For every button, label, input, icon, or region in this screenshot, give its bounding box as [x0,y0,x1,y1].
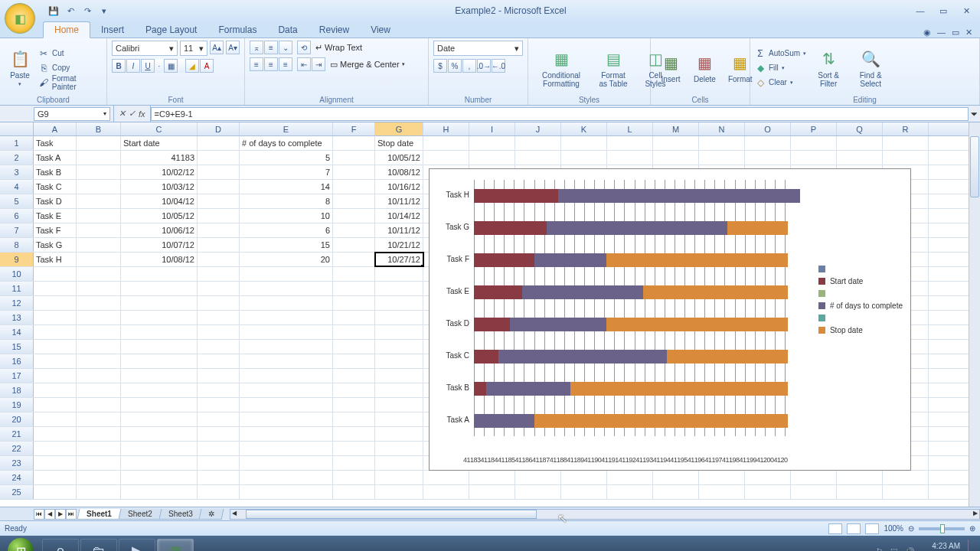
sheet-tab-new[interactable]: ✲ [199,509,224,520]
row-header[interactable]: 14 [0,325,34,339]
sheet-nav-last-icon[interactable]: ⏭ [66,509,77,520]
cell[interactable] [121,325,198,339]
col-header-L[interactable]: L [607,122,653,135]
cell[interactable] [653,136,699,150]
cell[interactable] [333,456,375,470]
bold-button[interactable]: B [112,59,126,73]
cell[interactable] [34,383,77,397]
cell[interactable] [333,383,375,397]
cell[interactable]: Task G [34,238,77,252]
tray-volume-icon[interactable]: 🔊 [905,547,914,552]
cell[interactable] [198,442,240,455]
cell[interactable] [34,369,77,383]
align-middle-icon[interactable]: ≡ [264,41,278,54]
cell[interactable] [333,325,375,339]
col-header-B[interactable]: B [77,122,121,135]
cell[interactable] [77,369,121,383]
cell[interactable] [198,282,240,295]
cell[interactable] [791,485,837,499]
zoom-level[interactable]: 100% [884,524,903,533]
cell[interactable] [34,485,77,499]
cell[interactable] [198,136,240,150]
cell[interactable] [198,456,240,470]
cell[interactable] [77,412,121,426]
merge-center-button[interactable]: ▭Merge & Center▾ [330,60,405,70]
indent-increase-icon[interactable]: ⇥ [312,57,325,71]
conditional-formatting-button[interactable]: ▦Conditional Formatting [533,47,590,90]
undo-icon[interactable]: ↶ [64,5,77,17]
cell[interactable]: 10/08/12 [121,253,198,266]
cell[interactable]: 10/06/12 [121,223,198,237]
cell[interactable] [198,412,240,426]
cell[interactable] [745,151,791,165]
align-left-icon[interactable]: ≡ [250,57,263,71]
autosum-button[interactable]: ΣAutoSum▾ [755,47,806,60]
cell[interactable] [837,136,883,150]
cell[interactable] [121,485,198,499]
cell[interactable] [837,471,883,484]
cell[interactable] [77,325,121,339]
row-header[interactable]: 3 [0,165,34,179]
ribbon-minimize-icon[interactable]: — [937,28,946,37]
cell[interactable] [77,209,121,223]
cell[interactable] [240,456,333,470]
tab-view[interactable]: View [360,22,401,37]
clear-button[interactable]: ◇Clear▾ [755,76,806,89]
cell[interactable] [375,340,423,354]
row-header[interactable]: 24 [0,471,34,484]
cell[interactable]: Task F [34,223,77,237]
cell[interactable]: Task H [34,253,77,266]
cell[interactable] [77,180,121,194]
cell[interactable] [34,311,77,324]
cell[interactable] [333,485,375,499]
qat-more-icon[interactable]: ▾ [98,5,110,17]
orientation-icon[interactable]: ⟲ [297,41,311,54]
row-header[interactable]: 11 [0,282,34,295]
cell[interactable]: 10/14/12 [375,209,423,223]
cell[interactable] [837,485,883,499]
help-icon[interactable]: ◉ [923,28,931,37]
cell[interactable] [121,267,198,281]
cell[interactable] [198,223,240,237]
row-header[interactable]: 9 [0,253,34,266]
cell[interactable] [121,369,198,383]
cell[interactable]: 5 [240,151,333,165]
col-header-E[interactable]: E [240,122,333,135]
cell[interactable] [375,369,423,383]
cell[interactable] [198,180,240,194]
cell[interactable] [240,267,333,281]
cell[interactable]: 41183 [121,151,198,165]
cell[interactable]: 10/27/12 [375,253,423,266]
cell[interactable]: 7 [240,165,333,179]
currency-icon[interactable]: $ [433,59,447,73]
decrease-decimal-icon[interactable]: ←.0 [492,59,505,73]
cell[interactable] [77,151,121,165]
cell[interactable] [240,296,333,310]
cell[interactable] [375,456,423,470]
cell[interactable] [561,151,607,165]
cell[interactable] [240,442,333,455]
cell[interactable] [77,340,121,354]
cell[interactable] [198,238,240,252]
cell[interactable] [469,485,515,499]
cell[interactable] [791,151,837,165]
cell[interactable] [77,471,121,484]
cell[interactable] [423,471,469,484]
cell[interactable] [240,398,333,412]
cell[interactable] [375,282,423,295]
row-header[interactable]: 21 [0,427,34,441]
vertical-scrollbar[interactable] [969,122,980,507]
sheet-nav-first-icon[interactable]: ⏮ [34,509,44,520]
cell[interactable] [333,194,375,208]
insert-cells-button[interactable]: ▦Insert [655,51,686,85]
underline-button[interactable]: U [141,59,155,73]
cell[interactable] [198,253,240,266]
cell[interactable] [121,340,198,354]
cell[interactable] [375,485,423,499]
row-header[interactable]: 8 [0,238,34,252]
cell[interactable]: 10/03/12 [121,180,198,194]
view-normal-icon[interactable] [828,523,842,534]
cell[interactable] [121,398,198,412]
cell[interactable] [515,485,561,499]
col-header-M[interactable]: M [653,122,699,135]
